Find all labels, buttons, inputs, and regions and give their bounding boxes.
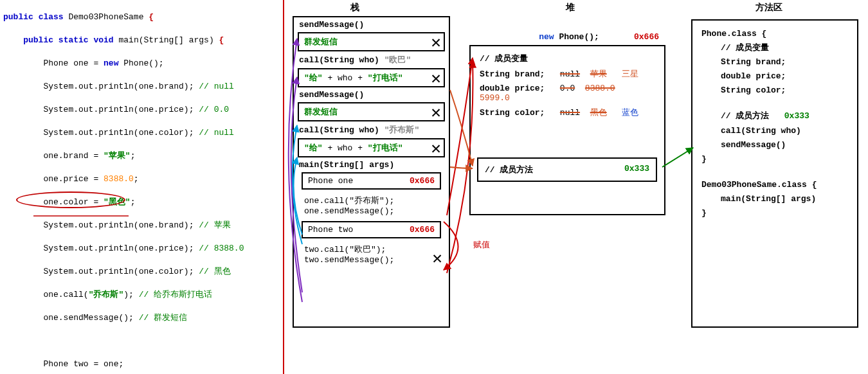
java-source-code: public class Demo03PhoneSame { public st… (3, 0, 280, 374)
methodarea-members-title: // 成员变量 (721, 41, 848, 55)
methodarea-box: Phone.class { // 成员变量 String brand; doub… (691, 19, 858, 328)
stack-frame-sendmessage-2: 群发短信 ✕ (298, 102, 445, 121)
stack-frame-call-1-label: call(String who) "欧巴" (299, 54, 444, 66)
methodarea-call: call(String who) (721, 124, 848, 138)
stack-box: sendMessage() 群发短信 ✕ call(String who) "欧… (293, 16, 450, 328)
stack-frame-call-2: "给" + who + "打电话" ✕ (298, 138, 445, 157)
stack-frame-main-label: main(String[] args) (299, 160, 444, 170)
methodarea-brand: String brand; (721, 55, 848, 69)
methodarea-phone-class: Phone.class { (701, 27, 848, 41)
stack-title: 栈 (350, 2, 359, 13)
close-x-icon: ✕ (432, 251, 442, 267)
close-x-icon: ✕ (431, 35, 441, 51)
stack-var-two-addr: 0x666 (410, 225, 435, 235)
heap-color-row: String color; null 黑色 蓝色 (480, 107, 655, 118)
stack-main-calls-1: one.call("乔布斯"); one.sendMessage(); (298, 192, 445, 218)
methodarea-methods-title: // 成员方法 0x333 (721, 109, 848, 123)
methodarea-demo-class: Demo03PhoneSame.class { (701, 178, 848, 192)
stack-var-one-addr: 0x666 (410, 176, 435, 186)
stack-frame-sendmessage-2-label: sendMessage() (299, 90, 444, 100)
stack-var-one: Phone one (308, 176, 353, 186)
heap-assign-label: 赋值 (473, 239, 490, 251)
heap-title: 堆 (566, 2, 575, 13)
methodarea-price: double price; (721, 69, 848, 84)
heap-methods-box: // 成员方法 0x333 (477, 157, 657, 182)
methodarea-close2: } (701, 206, 848, 220)
stack-var-two: Phone two (308, 225, 353, 235)
heap-header: new Phone(); 0x666 (476, 32, 662, 42)
methodarea-title: 方法区 (755, 2, 782, 13)
stack-frame-sendmessage-1-label: sendMessage() (299, 20, 444, 30)
methodarea-send: sendMessage() (721, 138, 848, 152)
close-x-icon: ✕ (431, 141, 441, 157)
heap-brand-row: String brand; null 苹果 三星 (480, 68, 655, 80)
methodarea-demo-main: main(String[] args) (721, 192, 848, 206)
stack-frame-call-1: "给" + who + "打电话" ✕ (298, 68, 445, 87)
heap-box: // 成员变量 String brand; null 苹果 三星 double … (469, 45, 665, 215)
close-x-icon: ✕ (431, 105, 441, 121)
stack-frame-sendmessage-1: 群发短信 ✕ (298, 32, 445, 51)
stack-frame-main: Phone one 0x666 one.call("乔布斯"); one.sen… (298, 172, 445, 267)
divider-red (283, 0, 284, 374)
stack-main-calls-2: two.call("欧巴"); two.sendMessage(); ✕ (298, 241, 445, 267)
close-x-icon: ✕ (431, 71, 441, 87)
heap-price-row: double price; 0.0 8388.0 5999.0 (480, 84, 655, 103)
methodarea-color: String color; (721, 84, 848, 98)
highlight-ellipse (16, 191, 125, 208)
methodarea-close: } (701, 152, 848, 166)
stack-frame-call-2-label: call(String who) "乔布斯" (299, 124, 444, 136)
heap-members-title: // 成员变量 (480, 53, 655, 64)
